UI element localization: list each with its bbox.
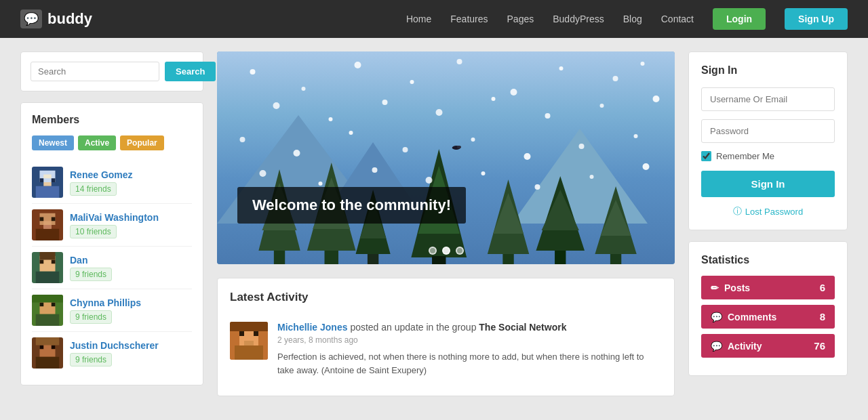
svg-rect-30: [36, 357, 60, 369]
activity-text: Michellie Jones posted an update in the …: [277, 322, 662, 333]
svg-point-73: [294, 150, 300, 156]
snow: [217, 51, 675, 264]
nav-buddypress[interactable]: BuddyPress: [553, 14, 604, 24]
member-name[interactable]: Chynna Phillips: [70, 297, 141, 308]
avatar: [32, 295, 63, 326]
member-name[interactable]: MaliVai Washington: [70, 212, 159, 223]
stat-comments-count: 8: [820, 311, 825, 322]
svg-point-55: [250, 69, 256, 75]
remember-me-row: Remember Me: [701, 151, 835, 161]
svg-rect-5: [52, 178, 56, 182]
avatar: [32, 337, 63, 369]
svg-point-83: [426, 177, 433, 184]
activity-panel: Latest Activity Michellie Jone: [217, 278, 675, 396]
svg-point-78: [579, 144, 585, 149]
svg-point-61: [559, 66, 564, 70]
svg-point-59: [457, 59, 462, 64]
member-friends: 10 friends: [70, 225, 117, 238]
slider-dot-1[interactable]: [429, 247, 437, 255]
svg-rect-22: [40, 303, 44, 307]
hero-banner: Welcome to the community!: [237, 187, 466, 224]
logo: 💬 buddy: [20, 9, 92, 28]
list-item: Renee Gomez 14 friends: [32, 161, 192, 204]
signin-title: Sign In: [701, 64, 835, 77]
nav-blog[interactable]: Blog: [623, 14, 642, 24]
svg-point-86: [590, 175, 594, 179]
member-friends: 14 friends: [70, 182, 117, 196]
svg-point-77: [524, 153, 531, 160]
svg-rect-90: [239, 331, 244, 336]
nav-home[interactable]: Home: [406, 14, 431, 24]
svg-point-70: [600, 104, 604, 108]
main-content: Search Members Newest Active Popular: [0, 38, 868, 410]
svg-rect-23: [52, 303, 56, 307]
activity-quote: Perfection is achieved, not when there i…: [277, 350, 662, 377]
activity-avatar: [230, 322, 268, 360]
signin-button[interactable]: Sign In: [701, 171, 835, 197]
slider-dot-3[interactable]: [456, 247, 464, 255]
member-name[interactable]: Dan: [70, 255, 112, 266]
center-content: Welcome to the community! Latest Activit…: [217, 51, 675, 396]
filter-popular[interactable]: Popular: [120, 135, 164, 150]
lost-password-link[interactable]: ⓘ Lost Password: [701, 205, 835, 217]
filter-newest[interactable]: Newest: [32, 135, 74, 150]
statistics-panel: Statistics ✏ Posts 6 💬 Comments 8 💬 Acti…: [688, 241, 848, 376]
svg-rect-28: [40, 345, 44, 350]
avatar: [32, 252, 63, 283]
signup-button[interactable]: Sign Up: [785, 8, 848, 30]
slider-dot-2[interactable]: [442, 247, 450, 255]
svg-point-67: [436, 109, 443, 116]
svg-point-79: [634, 134, 638, 138]
activity-item: Michellie Jones posted an update in the …: [230, 315, 662, 383]
member-info: Justin Duchscherer 9 friends: [70, 340, 159, 366]
right-sidebar: Sign In Remember Me Sign In ⓘ Lost Passw…: [688, 51, 848, 396]
login-button[interactable]: Login: [713, 8, 766, 30]
svg-point-85: [535, 184, 540, 190]
slider-dots: [429, 247, 464, 255]
logo-icon: 💬: [20, 9, 42, 28]
hero-scene: Welcome to the community!: [217, 51, 675, 264]
svg-rect-91: [254, 331, 258, 336]
activity-group[interactable]: The Social Network: [479, 322, 566, 333]
search-box: Search: [20, 51, 203, 91]
filter-active[interactable]: Active: [78, 135, 116, 150]
member-name[interactable]: Justin Duchscherer: [70, 340, 159, 351]
search-button[interactable]: Search: [165, 62, 216, 81]
svg-rect-11: [40, 217, 44, 222]
header: 💬 buddy Home Features Pages BuddyPress B…: [0, 0, 868, 38]
svg-rect-6: [43, 175, 52, 179]
svg-point-69: [545, 113, 551, 119]
svg-rect-16: [40, 260, 44, 264]
member-info: Renee Gomez 14 friends: [70, 169, 133, 196]
svg-point-71: [653, 96, 660, 102]
svg-rect-3: [36, 186, 60, 198]
nav-features[interactable]: Features: [450, 14, 488, 24]
password-field[interactable]: [701, 119, 835, 143]
username-field[interactable]: [701, 87, 835, 111]
stat-activity: 💬 Activity 76: [701, 334, 835, 358]
nav-pages[interactable]: Pages: [507, 14, 534, 24]
member-info: Chynna Phillips 9 friends: [70, 297, 141, 324]
hero-slider: Welcome to the community!: [217, 51, 675, 264]
main-nav: Home Features Pages BuddyPress Blog Cont…: [406, 8, 848, 30]
statistics-title: Statistics: [701, 254, 835, 266]
svg-point-74: [349, 131, 353, 135]
logo-text: buddy: [47, 10, 92, 28]
remember-checkbox[interactable]: [701, 151, 711, 161]
activity-username[interactable]: Michellie Jones: [277, 322, 347, 333]
member-friends: 9 friends: [70, 268, 112, 281]
svg-rect-24: [36, 314, 60, 326]
stat-posts: ✏ Posts 6: [701, 276, 835, 299]
list-item: MaliVai Washington 10 friends: [32, 204, 192, 247]
svg-point-82: [372, 167, 378, 173]
svg-rect-13: [43, 225, 52, 229]
svg-rect-94: [230, 322, 268, 331]
nav-contact[interactable]: Contact: [661, 14, 694, 24]
search-input[interactable]: [31, 62, 159, 81]
activity-time: 2 years, 8 months ago: [277, 335, 662, 345]
avatar: [32, 167, 63, 198]
comment-icon: 💬: [711, 312, 722, 322]
members-panel: Members Newest Active Popular: [20, 102, 203, 385]
svg-rect-93: [235, 345, 263, 360]
member-name[interactable]: Renee Gomez: [70, 169, 133, 180]
